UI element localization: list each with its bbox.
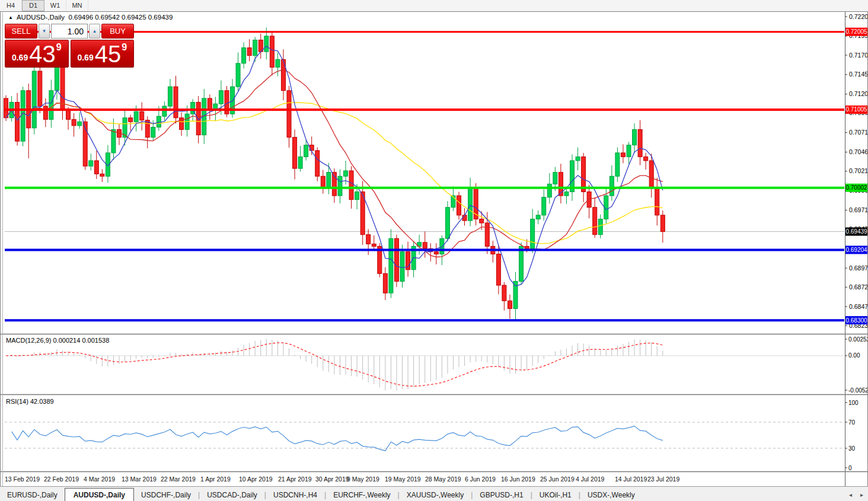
tab-eurchf-weekly[interactable]: EURCHF-,Weekly — [326, 489, 397, 501]
volume-increase-button[interactable]: ▴ — [89, 24, 100, 39]
timeframe-toolbar: H4D1W1MN — [0, 0, 868, 12]
chart-title-text: AUDUSD-,Daily 0.69496 0.69542 0.69425 0.… — [17, 14, 173, 21]
chart-tab-bar: EURUSD-,DailyAUDUSD-,DailyUSDCHF-,Daily|… — [0, 486, 868, 501]
timeframe-button-h4[interactable]: H4 — [0, 0, 22, 11]
chart-title: ▲AUDUSD-,Daily 0.69496 0.69542 0.69425 0… — [8, 14, 173, 21]
tab-scroll-right-icon[interactable]: ▸ — [860, 489, 863, 501]
rsi-indicator-label: RSI(14) 42.0389 — [6, 398, 54, 405]
tab-audusd-daily[interactable]: AUDUSD-,Daily — [65, 488, 134, 501]
tab-xauusd-weekly[interactable]: XAUUSD-,Weekly — [400, 489, 471, 501]
timeframe-button-d1[interactable]: D1 — [22, 0, 44, 11]
mt4-terminal-window: 0.722000.719500.717050.714550.712050.709… — [0, 0, 868, 501]
volume-input[interactable] — [51, 24, 88, 39]
buy-price-pips: 45 — [95, 42, 122, 66]
sell-price-point: 9 — [56, 42, 62, 53]
tab-usdchf-daily[interactable]: USDCHF-,Daily — [134, 489, 198, 501]
buy-price-prefix: 0.69 — [77, 53, 93, 62]
collapse-triangle-icon[interactable]: ▲ — [8, 15, 13, 20]
chart-window-border — [0, 11, 868, 501]
macd-indicator-label: MACD(12,26,9) 0.000214 0.001538 — [6, 337, 109, 344]
buy-button[interactable]: BUY — [101, 24, 134, 39]
tab-ukoil-h1[interactable]: UKOil-,H1 — [532, 489, 579, 501]
buy-price-point: 9 — [122, 42, 127, 53]
sell-button[interactable]: SELL — [5, 24, 37, 39]
tab-usdcad-daily[interactable]: USDCAD-,Daily — [200, 489, 264, 501]
tab-scroll-left-icon[interactable]: ◂ — [849, 489, 852, 501]
timeframe-button-w1[interactable]: W1 — [44, 0, 66, 11]
tab-usdx-weekly[interactable]: USDX-,Weekly — [580, 489, 642, 501]
buy-price-box[interactable]: 0.69 45 9 — [71, 40, 135, 68]
volume-decrease-button[interactable]: ▾ — [39, 24, 50, 39]
tab-eurusd-daily[interactable]: EURUSD-,Daily — [0, 489, 65, 501]
sell-price-prefix: 0.69 — [12, 53, 28, 62]
sell-price-box[interactable]: 0.69 43 9 — [5, 40, 69, 68]
sell-price-pips: 43 — [29, 42, 56, 66]
tab-gbpusd-h1[interactable]: GBPUSD-,H1 — [473, 489, 530, 501]
one-click-trade-panel: SELL ▾ ▴ BUY 0.69 43 9 0.69 45 9 — [5, 24, 134, 68]
tab-usdcnh-h4[interactable]: USDCNH-,H4 — [266, 489, 324, 501]
timeframe-button-mn[interactable]: MN — [66, 0, 88, 11]
window-left-groove — [2, 12, 3, 487]
